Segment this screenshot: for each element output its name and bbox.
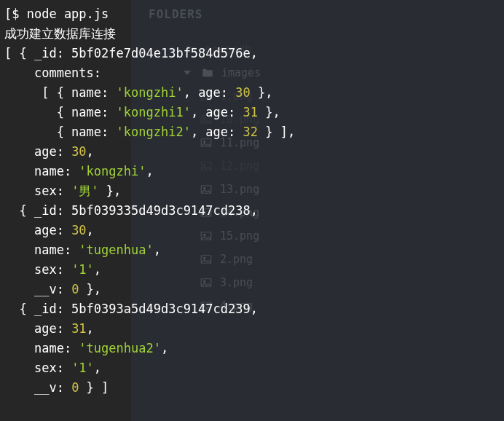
terminal-output: [$ node app.js 成功建立数据库连接 [ { _id: 5bf02f…: [4, 4, 295, 398]
